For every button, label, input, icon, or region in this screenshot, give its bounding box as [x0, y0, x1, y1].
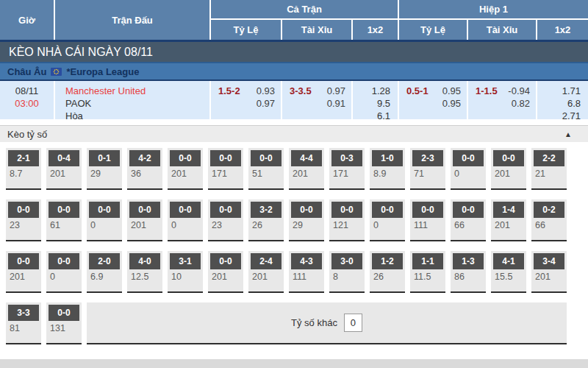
fulltime-over-odds[interactable]: 0.97 — [327, 85, 345, 97]
score-cell[interactable]: 0-0 0 — [451, 148, 486, 190]
score-chip: 1-2 — [372, 253, 403, 269]
score-odds: 201 — [131, 220, 162, 230]
score-cell[interactable]: 1-3 86 — [451, 251, 486, 293]
score-odds: 201 — [535, 272, 567, 282]
score-odds: 66 — [535, 220, 567, 230]
fulltime-under-odds[interactable]: 0.91 — [327, 97, 345, 110]
score-cell[interactable]: 0-0 0 — [87, 199, 122, 241]
score-cell[interactable]: 3-1 10 — [168, 251, 203, 293]
score-cell[interactable]: 2-1 8.7 — [6, 148, 41, 190]
eu-flag-icon — [51, 68, 62, 76]
score-cell[interactable]: 0-1 29 — [87, 148, 122, 190]
score-cell[interactable]: 0-2 66 — [531, 199, 567, 241]
score-odds: 0 — [90, 220, 122, 230]
score-cell[interactable]: 0-0 51 — [248, 148, 284, 190]
score-cell[interactable]: 2-3 71 — [410, 148, 445, 190]
score-odds: 8.7 — [10, 169, 41, 179]
score-chip: 0-0 — [8, 253, 39, 269]
fulltime-1x2-draw[interactable]: 6.1 — [353, 110, 390, 122]
score-odds: 61 — [50, 220, 82, 230]
score-chip: 2-1 — [8, 150, 39, 166]
score-odds: 0 — [454, 169, 486, 179]
score-grid-row-1: 2-1 8.7 0-4 201 0-1 29 4-2 36 0-0 201 0-… — [6, 148, 588, 190]
score-odds: 29 — [293, 220, 324, 230]
score-cell[interactable]: 4-0 12.5 — [127, 251, 162, 293]
firsthalf-1x2-home[interactable]: 1.71 — [537, 85, 581, 97]
score-chip: 0-0 — [493, 150, 524, 166]
score-grid-row-4: 3-3 81 0-0 131 Tỷ số khác — [6, 302, 588, 344]
score-cell[interactable]: 3-2 26 — [248, 199, 284, 241]
score-odds: 0 — [50, 272, 82, 282]
fulltime-1x2-home[interactable]: 1.28 — [353, 85, 390, 97]
score-chip: 0-0 — [210, 150, 241, 166]
firsthalf-1x2-away[interactable]: 6.8 — [537, 97, 581, 110]
score-cell[interactable]: 0-0 201 — [168, 148, 203, 190]
subcol-overunder-firsthalf: Tài Xỉu — [468, 20, 537, 40]
score-odds: 201 — [10, 272, 41, 282]
firsthalf-under-odds[interactable]: 0.82 — [508, 97, 530, 110]
score-chip: 0-0 — [129, 202, 160, 218]
score-cell[interactable]: 0-0 29 — [289, 199, 324, 241]
firsthalf-1x2-draw[interactable]: 2.71 — [537, 110, 581, 122]
score-cell[interactable]: 2-4 201 — [248, 251, 284, 293]
score-cell[interactable]: 0-0 201 — [6, 251, 41, 293]
score-chip: 0-0 — [412, 202, 443, 218]
score-chip: 4-2 — [129, 150, 160, 166]
fulltime-handicap-odds-home[interactable]: 0.93 — [257, 85, 275, 97]
score-cell[interactable]: 1-1 11.5 — [410, 251, 445, 293]
score-cell[interactable]: 3-0 8 — [329, 251, 365, 293]
score-cell[interactable]: 4-4 201 — [289, 148, 324, 190]
score-cell[interactable]: 0-0 23 — [6, 199, 41, 241]
score-odds: 201 — [50, 169, 82, 179]
firsthalf-handicap-odds-home[interactable]: 0.95 — [442, 85, 461, 97]
score-cell[interactable]: 0-0 66 — [451, 199, 486, 241]
score-cell[interactable]: 2-2 21 — [531, 148, 567, 190]
score-cell[interactable]: 0-0 201 — [491, 148, 526, 190]
score-odds: 29 — [90, 169, 122, 179]
score-cell[interactable]: 3-3 81 — [6, 302, 41, 344]
other-score-input[interactable] — [344, 314, 362, 332]
score-odds: 0 — [373, 220, 405, 230]
score-cell[interactable]: 0-3 171 — [329, 148, 365, 190]
score-cell[interactable]: 0-0 61 — [46, 199, 82, 241]
firsthalf-over-odds[interactable]: -0.94 — [508, 85, 530, 97]
score-cell[interactable]: 0-0 201 — [208, 251, 243, 293]
score-cell[interactable]: 0-0 0 — [46, 251, 82, 293]
other-score-label: Tỷ số khác — [291, 317, 337, 328]
collapse-arrow-icon[interactable]: ▲ — [564, 130, 572, 138]
score-cell[interactable]: 0-0 0 — [370, 199, 405, 241]
score-chip: 3-1 — [170, 253, 201, 269]
score-cell[interactable]: 1-4 201 — [491, 199, 526, 241]
score-chip: 1-1 — [412, 253, 443, 269]
score-chip: 0-3 — [331, 150, 362, 166]
score-odds: 23 — [10, 220, 41, 230]
score-odds: 26 — [373, 272, 405, 282]
score-odds: 6.9 — [90, 272, 122, 282]
score-odds: 8.9 — [373, 169, 405, 179]
score-cell[interactable]: 1-2 26 — [370, 251, 405, 293]
match-date: 08/11 — [0, 85, 54, 97]
score-cell[interactable]: 0-0 0 — [168, 199, 203, 241]
score-cell[interactable]: 2-0 6.9 — [87, 251, 122, 293]
score-odds: 26 — [252, 220, 284, 230]
score-cell[interactable]: 4-1 15.5 — [491, 251, 526, 293]
fulltime-1x2-away[interactable]: 9.5 — [353, 97, 390, 110]
score-cell[interactable]: 0-0 23 — [208, 199, 243, 241]
score-cell[interactable]: 0-0 131 — [46, 302, 82, 344]
score-cell[interactable]: 0-0 171 — [208, 148, 243, 190]
score-cell[interactable]: 0-0 121 — [329, 199, 365, 241]
score-chip: 0-0 — [210, 202, 241, 218]
score-cell[interactable]: 1-0 8.9 — [370, 148, 405, 190]
score-cell[interactable]: 4-2 36 — [127, 148, 162, 190]
score-cell[interactable]: 0-4 201 — [46, 148, 82, 190]
score-cell[interactable]: 4-3 111 — [289, 251, 324, 293]
score-cell[interactable]: 0-0 111 — [410, 199, 445, 241]
score-chip: 0-2 — [534, 202, 564, 218]
score-cell[interactable]: 3-4 201 — [531, 251, 567, 293]
away-team: PAOK — [65, 97, 209, 110]
score-odds: 171 — [333, 169, 365, 179]
score-cell[interactable]: 0-0 201 — [127, 199, 162, 241]
firsthalf-handicap-odds-away[interactable]: 0.95 — [442, 97, 461, 110]
fulltime-handicap-odds-away[interactable]: 0.97 — [257, 97, 275, 110]
score-chip: 0-0 — [251, 150, 282, 166]
